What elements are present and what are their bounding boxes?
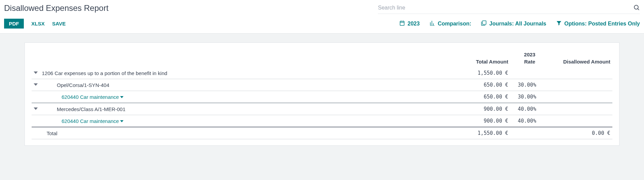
total-amount: 1,550.00 € [456, 127, 510, 139]
row-rate: 30.00% [510, 79, 544, 91]
book-icon [481, 20, 487, 28]
filter-comparison-label: Comparison: [438, 21, 472, 27]
total-disallowed: 0.00 € [544, 127, 612, 139]
row-disallowed [544, 115, 612, 127]
row-label: Mercedes/Class A/1-MER-001 [40, 103, 456, 115]
report-panel: 2023 Total Amount Rate Disallowed Amount [24, 42, 620, 146]
caret-down-icon [120, 118, 123, 124]
search-input[interactable] [378, 3, 633, 12]
table-row[interactable]: 620440 Car maintenance 900.00 € 40.00% [32, 115, 612, 127]
row-disallowed [544, 79, 612, 91]
total-label: Total [40, 127, 456, 139]
row-total-amount: 650.00 € [456, 91, 510, 103]
table-row-total: Total 1,550.00 € 0.00 € [32, 127, 612, 139]
filter-journals[interactable]: Journals: All Journals [481, 20, 546, 28]
page-title: Disallowed Expenses Report [4, 3, 109, 13]
row-total-amount: 900.00 € [456, 115, 510, 127]
filter-icon [556, 20, 562, 28]
row-total-amount: 900.00 € [456, 103, 510, 115]
report-table: 2023 Total Amount Rate Disallowed Amount [32, 49, 612, 139]
table-row[interactable]: Opel/Corsa/1-SYN-404 650.00 € 30.00% [32, 79, 612, 91]
xlsx-button[interactable]: XLSX [31, 21, 45, 26]
row-label: 620440 Car maintenance [62, 118, 119, 124]
row-label: 1206 Car expenses up to a portion of the… [40, 67, 456, 79]
header-total-amount: Total Amount [456, 59, 510, 67]
row-label-link[interactable]: 620440 Car maintenance [62, 94, 123, 100]
row-disallowed [544, 91, 612, 103]
caret-down-icon[interactable] [34, 70, 38, 76]
caret-down-icon[interactable] [34, 82, 38, 88]
filter-period[interactable]: 2023 [399, 20, 420, 28]
row-total-amount: 650.00 € [456, 79, 510, 91]
row-label-link[interactable]: 620440 Car maintenance [62, 118, 123, 124]
calendar-icon [399, 20, 405, 28]
header-year: 2023 [510, 49, 544, 59]
row-total-amount: 1,550.00 € [456, 67, 510, 79]
row-rate: 30.00% [510, 91, 544, 103]
row-disallowed [544, 103, 612, 115]
filter-options[interactable]: Options: Posted Entries Only [556, 20, 640, 28]
filter-comparison[interactable]: Comparison: [429, 20, 472, 28]
filter-options-label: Options: Posted Entries Only [564, 21, 640, 27]
table-row[interactable]: 620440 Car maintenance 650.00 € 30.00% [32, 91, 612, 103]
header-rate: Rate [510, 59, 544, 67]
bar-chart-icon [429, 20, 435, 28]
row-label: Opel/Corsa/1-SYN-404 [40, 79, 456, 91]
caret-down-icon[interactable] [34, 106, 38, 112]
row-label: 620440 Car maintenance [62, 94, 119, 100]
filter-journals-label: Journals: All Journals [489, 21, 546, 27]
pdf-button[interactable]: PDF [4, 19, 24, 29]
row-rate [510, 67, 544, 79]
table-row[interactable]: Mercedes/Class A/1-MER-001 900.00 € 40.0… [32, 103, 612, 115]
header-disallowed: Disallowed Amount [544, 59, 612, 67]
search-icon[interactable] [633, 4, 640, 12]
save-button[interactable]: SAVE [52, 21, 66, 26]
svg-line-1 [638, 8, 639, 10]
table-row[interactable]: 1206 Car expenses up to a portion of the… [32, 67, 612, 79]
row-rate: 40.00% [510, 103, 544, 115]
filter-period-label: 2023 [408, 21, 420, 27]
search-bar [378, 2, 640, 14]
row-disallowed [544, 67, 612, 79]
svg-point-0 [634, 5, 638, 9]
caret-down-icon [120, 94, 123, 100]
row-rate: 40.00% [510, 115, 544, 127]
